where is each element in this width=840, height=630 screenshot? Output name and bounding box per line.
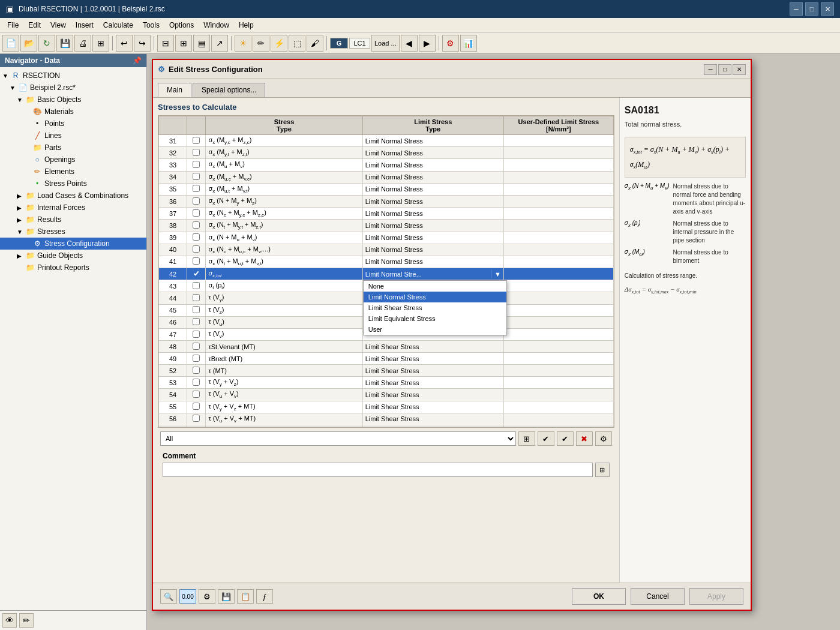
- maximize-button[interactable]: □: [805, 2, 818, 16]
- row-49-check[interactable]: [193, 355, 200, 362]
- table-row[interactable]: 56 τ (Vu + Vv + MT) Limit Shear Stress: [159, 413, 614, 425]
- footer-tool3[interactable]: 📋: [237, 589, 254, 604]
- row-41-check[interactable]: [193, 257, 200, 265]
- row-31-check[interactable]: [193, 137, 200, 144]
- dropdown-option-limit-normal[interactable]: Limit Normal Stress: [364, 292, 506, 302]
- table-row[interactable]: 54 τ (Vu + Vv) Limit Shear Stress: [159, 389, 614, 401]
- comment-copy-btn[interactable]: ⊞: [595, 463, 610, 477]
- row-55-check[interactable]: [193, 403, 200, 410]
- row-40-check[interactable]: [193, 245, 200, 253]
- minimize-button[interactable]: ─: [790, 2, 803, 16]
- nav-stress-config[interactable]: ⚙ Stress Configuration ➜: [0, 238, 146, 250]
- nav-lines[interactable]: ╱ Lines: [0, 130, 146, 142]
- nav-materials[interactable]: 🎨 Materials: [0, 106, 146, 118]
- nav-parts[interactable]: 📁 Parts: [0, 142, 146, 154]
- table-row[interactable]: 33 σx (Mu + Mv) Limit Normal Stress: [159, 159, 614, 171]
- nav-load-cases[interactable]: ▶ 📁 Load Cases & Combinations: [0, 190, 146, 202]
- apply-button[interactable]: Apply: [689, 588, 743, 605]
- row-34-check[interactable]: [193, 173, 200, 180]
- menu-help[interactable]: Help: [234, 20, 259, 31]
- row-44-check[interactable]: [193, 294, 200, 301]
- tb-refresh[interactable]: ↻: [38, 35, 55, 52]
- nav-view-toggle[interactable]: 👁: [2, 613, 17, 628]
- menu-options[interactable]: Options: [164, 20, 199, 31]
- nav-guide-objects[interactable]: ▶ 📁 Guide Objects: [0, 250, 146, 262]
- tb-new[interactable]: 📄: [2, 35, 19, 52]
- tab-special-options[interactable]: Special options...: [193, 83, 265, 97]
- footer-tool1[interactable]: ⚙: [199, 589, 215, 604]
- table-row[interactable]: 38 σx (Nt + My,t + Mz,t) Limit Normal St…: [159, 220, 614, 232]
- menu-edit[interactable]: Edit: [23, 20, 46, 31]
- row-54-check[interactable]: [193, 391, 200, 398]
- tb-select[interactable]: ⬚: [289, 35, 305, 52]
- copy-btn[interactable]: ⊞: [518, 431, 535, 446]
- tb-export[interactable]: ↗: [211, 35, 228, 52]
- nav-stresses[interactable]: ▼ 📁 Stresses: [0, 226, 146, 238]
- dropdown-option-limit-shear[interactable]: Limit Shear Stress: [364, 302, 506, 313]
- navigator-pin[interactable]: 📌: [133, 56, 142, 65]
- tb-prev-lc[interactable]: ◀: [401, 35, 418, 52]
- tb-paint[interactable]: 🖌: [307, 35, 323, 52]
- tb-print[interactable]: 🖨: [74, 35, 91, 52]
- row-32-check[interactable]: [193, 149, 200, 156]
- footer-search-btn[interactable]: 🔍: [160, 589, 177, 604]
- tb-grid1[interactable]: ⊟: [157, 35, 174, 52]
- nav-results[interactable]: ▶ 📁 Results: [0, 214, 146, 226]
- table-row[interactable]: 52 τ (MT) Limit Shear Stress: [159, 365, 614, 377]
- nav-edit-toggle[interactable]: ✏: [19, 613, 34, 628]
- ok-button[interactable]: OK: [572, 588, 626, 605]
- cancel-button[interactable]: Cancel: [631, 588, 685, 605]
- row-37-check[interactable]: [193, 209, 200, 217]
- footer-zero-btn[interactable]: 0.00: [179, 589, 196, 604]
- row-42-dropdown-arrow[interactable]: ▼: [491, 270, 503, 278]
- row-35-check[interactable]: [193, 185, 200, 192]
- row-45-check[interactable]: [193, 306, 200, 313]
- tb-undo[interactable]: ↩: [116, 35, 133, 52]
- table-row[interactable]: 55 τ (Vy + Vz + MT) Limit Shear Stress: [159, 401, 614, 413]
- check-all-btn[interactable]: ✔: [538, 431, 554, 446]
- tb-pencil[interactable]: ✏: [253, 35, 269, 52]
- table-row[interactable]: 48 τSt.Venant (MT) Limit Shear Stress: [159, 341, 614, 353]
- table-row[interactable]: 49 τBredt (MT) Limit Shear Stress: [159, 353, 614, 365]
- menu-window[interactable]: Window: [199, 20, 234, 31]
- stress-table-container[interactable]: StressType Limit StressType User-Defined…: [158, 115, 614, 427]
- nav-openings[interactable]: ○ Openings: [0, 154, 146, 166]
- footer-tool4[interactable]: ƒ: [256, 589, 273, 604]
- table-row[interactable]: 34 σx (Mu,c + Mv,c) Limit Normal Stress: [159, 171, 614, 183]
- menu-calculate[interactable]: Calculate: [98, 20, 138, 31]
- table-row[interactable]: 39 σx (N + Mu + Mv) Limit Normal Stress: [159, 232, 614, 244]
- menu-tools[interactable]: Tools: [138, 20, 164, 31]
- row-42-dropdown[interactable]: Limit Normal Stre... ▼: [363, 270, 503, 278]
- row-43-check[interactable]: [193, 282, 200, 289]
- dialog-maximize[interactable]: □: [718, 64, 731, 75]
- nav-printout-reports[interactable]: 📁 Printout Reports: [0, 262, 146, 274]
- tb-lightning[interactable]: ⚡: [271, 35, 287, 52]
- row-56-check[interactable]: [193, 415, 200, 422]
- row-39-check[interactable]: [193, 233, 200, 241]
- table-row[interactable]: 35 σx (Mu,t + Mv,t) Limit Normal Stress: [159, 183, 614, 195]
- nav-points[interactable]: • Points: [0, 118, 146, 130]
- row-52-check[interactable]: [193, 367, 200, 374]
- comment-input[interactable]: [163, 463, 593, 477]
- tb-results[interactable]: 📊: [460, 35, 477, 52]
- table-row[interactable]: 36 σx (N + My + Mz) Limit Normal Stress: [159, 195, 614, 207]
- row-38-check[interactable]: [193, 221, 200, 229]
- dropdown-option-limit-equiv[interactable]: Limit Equivalent Stress: [364, 313, 506, 324]
- table-row[interactable]: 31 σx (My,c + Mz,c) Limit Normal Stress: [159, 135, 614, 147]
- delete-btn[interactable]: ✖: [576, 431, 593, 446]
- menu-insert[interactable]: Insert: [71, 20, 98, 31]
- title-bar-controls[interactable]: ─ □ ✕: [790, 2, 834, 16]
- filter-dropdown[interactable]: All: [160, 431, 516, 446]
- footer-tool2[interactable]: 💾: [218, 589, 235, 604]
- table-row-42[interactable]: 42 σx,tot Limit Normal Stre... ▼: [159, 268, 614, 280]
- settings-tool-btn[interactable]: ⚙: [595, 431, 612, 446]
- table-row[interactable]: 53 τ (Vy + Vz) Limit Shear Stress: [159, 377, 614, 389]
- nav-elements[interactable]: ✏ Elements: [0, 166, 146, 178]
- uncheck-btn[interactable]: ✔: [557, 431, 574, 446]
- tb-redo[interactable]: ↪: [134, 35, 151, 52]
- row-33-check[interactable]: [193, 161, 200, 168]
- dropdown-option-user[interactable]: User: [364, 324, 506, 335]
- row-46-check[interactable]: [193, 318, 200, 325]
- close-button[interactable]: ✕: [821, 2, 834, 16]
- tb-save[interactable]: 💾: [56, 35, 73, 52]
